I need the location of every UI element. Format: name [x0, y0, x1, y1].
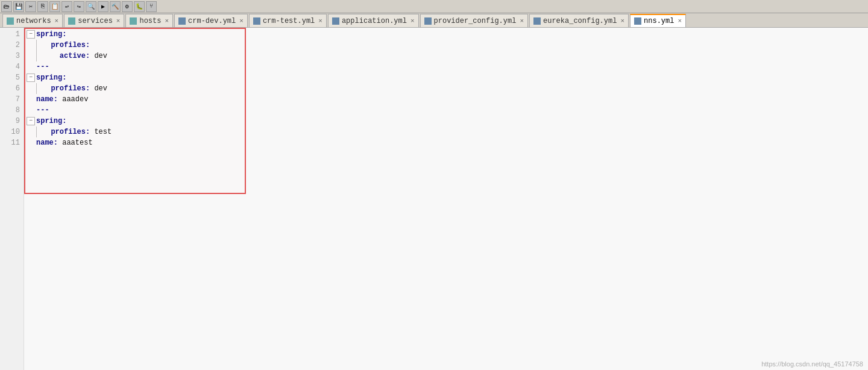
code-text-3-key: active:: [42, 51, 94, 61]
tab-close-networks[interactable]: ×: [55, 17, 59, 25]
tab-icon-networks: [7, 17, 14, 25]
tab-icon-nns-yml: [634, 17, 641, 25]
tab-label-hosts: hosts: [139, 17, 161, 25]
tab-label-crm-dev: crm-dev.yml: [188, 17, 236, 25]
code-text-6-val: dev: [94, 83, 107, 94]
tab-eureka-config[interactable]: eureka_config.yml ×: [529, 14, 629, 27]
line-num-3: 3: [0, 51, 20, 61]
code-text-7-val: aaadev: [62, 94, 88, 105]
line-num-6: 6: [0, 83, 20, 94]
tab-icon-hosts: [130, 17, 137, 25]
tab-provider-config[interactable]: provider_config.yml ×: [420, 14, 528, 27]
line-num-5: 5: [0, 72, 20, 83]
tab-label-eureka-config: eureka_config.yml: [543, 17, 617, 25]
line-num-7: 7: [0, 94, 20, 105]
code-text-6-key: profiles:: [42, 83, 94, 94]
line-num-11: 11: [0, 137, 20, 148]
tab-nns-yml[interactable]: nns.yml ×: [630, 14, 686, 27]
line-num-1: 1: [0, 29, 20, 40]
tab-close-nns-yml[interactable]: ×: [678, 17, 682, 25]
code-line-2: profiles:: [27, 40, 868, 51]
toolbar-icon-settings[interactable]: ⚙: [122, 1, 133, 12]
line-num-2: 2: [0, 40, 20, 51]
watermark: https://blog.csdn.net/qq_45174758: [761, 360, 863, 368]
code-text-11-key: name:: [36, 137, 62, 148]
code-text-7-key: name:: [36, 94, 62, 105]
toolbar-icon-redo[interactable]: ↪: [74, 1, 84, 12]
code-text-11-val: aaatest: [62, 137, 92, 148]
tab-label-provider-config: provider_config.yml: [434, 17, 517, 25]
tab-label-nns-yml: nns.yml: [644, 17, 674, 25]
code-line-7: name: aaadev: [27, 94, 868, 105]
tab-application[interactable]: application.yml ×: [328, 14, 419, 27]
toolbar-icon-debug[interactable]: 🐛: [134, 1, 145, 12]
code-line-9: −spring:: [27, 116, 868, 127]
toolbar-icon-git[interactable]: ⑂: [146, 1, 157, 12]
line-num-10: 10: [0, 127, 20, 137]
tab-icon-application: [332, 17, 339, 25]
code-text-1: spring:: [36, 29, 66, 40]
line-num-4: 4: [0, 61, 20, 72]
code-text-10-key: profiles:: [42, 127, 94, 137]
code-line-1: −spring:: [27, 29, 868, 40]
tab-close-application[interactable]: ×: [410, 17, 415, 25]
code-line-6: profiles: dev: [27, 83, 868, 94]
fold-icon-9[interactable]: −: [27, 117, 35, 125]
line-num-8: 8: [0, 105, 20, 116]
tab-icon-crm-dev: [178, 17, 186, 25]
code-text-4: ---: [36, 61, 49, 72]
tab-label-services: services: [78, 17, 113, 25]
code-text-8: ---: [36, 105, 49, 116]
tab-close-crm-dev[interactable]: ×: [239, 17, 244, 25]
code-content[interactable]: −spring: profiles: active: dev --- −spri…: [24, 28, 868, 370]
code-text-10-val: test: [94, 127, 112, 137]
toolbar-icon-cut[interactable]: ✂: [25, 1, 36, 12]
editor-area: 1 2 3 4 5 6 7 8 9 10 11 −spring: profile…: [0, 28, 868, 370]
tab-crm-dev[interactable]: crm-dev.yml ×: [174, 14, 248, 27]
tab-close-eureka-config[interactable]: ×: [620, 17, 624, 25]
toolbar-icon-find[interactable]: 🔍: [86, 1, 96, 12]
tab-icon-provider-config: [424, 17, 432, 25]
code-line-10: profiles: test: [27, 127, 868, 137]
toolbar-icon-folder[interactable]: 🗁: [1, 1, 12, 12]
tab-services[interactable]: services ×: [64, 14, 124, 27]
line-num-9: 9: [0, 116, 20, 127]
tab-hosts[interactable]: hosts ×: [125, 14, 173, 27]
toolbar: 🗁 💾 ✂ ⎘ 📋 ↩ ↪ 🔍 ▶ 🔨 ⚙ 🐛 ⑂: [0, 0, 868, 13]
toolbar-icon-run[interactable]: ▶: [98, 1, 108, 12]
tab-crm-test[interactable]: crm-test.yml ×: [249, 14, 327, 27]
code-line-8: ---: [27, 105, 868, 116]
toolbar-icon-copy[interactable]: ⎘: [37, 1, 48, 12]
tab-close-services[interactable]: ×: [116, 17, 121, 25]
toolbar-icon-undo[interactable]: ↩: [61, 1, 72, 12]
code-text-9: spring:: [36, 116, 66, 127]
tab-close-crm-test[interactable]: ×: [318, 17, 322, 25]
code-text-2: profiles:: [42, 40, 90, 51]
line-numbers: 1 2 3 4 5 6 7 8 9 10 11: [0, 28, 24, 370]
tab-label-application: application.yml: [342, 17, 407, 25]
tabs-bar: networks × services × hosts × crm-dev.ym…: [0, 13, 868, 28]
tab-icon-services: [68, 17, 75, 25]
tab-label-networks: networks: [16, 17, 51, 25]
code-line-4: ---: [27, 61, 868, 72]
toolbar-icon-save[interactable]: 💾: [13, 1, 24, 12]
tab-close-provider-config[interactable]: ×: [520, 17, 524, 25]
code-line-5: −spring:: [27, 72, 868, 83]
code-text-5: spring:: [36, 72, 66, 83]
code-line-11: name: aaatest: [27, 137, 868, 148]
toolbar-icon-paste[interactable]: 📋: [49, 1, 60, 12]
tab-label-crm-test: crm-test.yml: [263, 17, 315, 25]
code-line-3: active: dev: [27, 51, 868, 61]
fold-icon-5[interactable]: −: [27, 74, 35, 82]
toolbar-icon-build[interactable]: 🔨: [110, 1, 121, 12]
tab-networks[interactable]: networks ×: [2, 14, 63, 27]
tab-icon-crm-test: [253, 17, 260, 25]
fold-icon-1[interactable]: −: [27, 30, 35, 39]
code-text-3-val: dev: [94, 51, 107, 61]
tab-icon-eureka-config: [533, 17, 541, 25]
tab-close-hosts[interactable]: ×: [165, 17, 169, 25]
